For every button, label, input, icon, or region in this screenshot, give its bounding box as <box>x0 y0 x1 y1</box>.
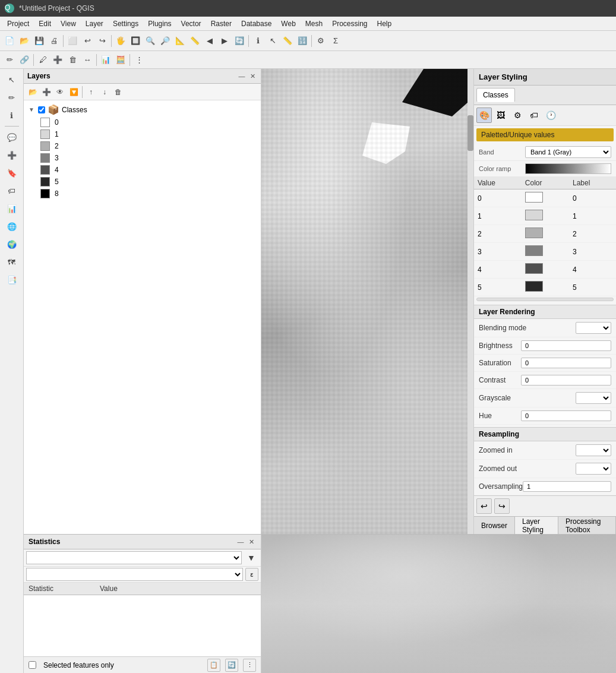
layer-down-btn[interactable]: ↓ <box>98 86 111 99</box>
stats-close-btn[interactable]: ✕ <box>247 537 256 546</box>
layers-panel-minimize[interactable]: — <box>237 71 247 81</box>
tab-browser[interactable]: Browser <box>474 517 515 534</box>
band-select[interactable]: Band 1 (Gray) <box>525 146 611 158</box>
menu-plugins[interactable]: Plugins <box>143 18 176 29</box>
edit-btn[interactable]: 🖊 <box>36 53 50 67</box>
refresh-btn[interactable]: 🔄 <box>232 34 247 48</box>
redo-btn[interactable]: ↪ <box>95 34 109 48</box>
new-project-btn[interactable]: 📄 <box>2 34 17 48</box>
stats-layer-select[interactable] <box>26 551 242 564</box>
edit-nodes-btn[interactable]: ✏ <box>4 89 20 106</box>
move-btn[interactable]: ↔ <box>80 53 94 67</box>
menu-layer[interactable]: Layer <box>81 18 108 29</box>
add-layer-btn[interactable]: ➕ <box>4 147 20 163</box>
layers-panel-close[interactable]: ✕ <box>248 71 257 81</box>
photo-icon-btn[interactable]: 🖼 <box>493 108 508 123</box>
table-row[interactable]: 0 0 <box>474 189 616 207</box>
menu-project[interactable]: Project <box>2 18 34 29</box>
attr-table-btn[interactable]: 📊 <box>99 53 113 67</box>
history-icon-btn[interactable]: 🕐 <box>543 108 558 123</box>
select-features-btn[interactable]: ↖ <box>4 71 20 88</box>
color-cell[interactable] <box>522 225 569 243</box>
save-as-btn[interactable]: 🖨 <box>47 34 61 48</box>
globe-btn[interactable]: 🌍 <box>4 236 20 252</box>
menu-edit[interactable]: Edit <box>34 18 56 29</box>
zoom-layer-btn[interactable]: 📐 <box>173 34 187 48</box>
grayscale-select[interactable] <box>576 392 611 404</box>
color-cell[interactable] <box>522 279 569 296</box>
layer-add-btn[interactable]: ➕ <box>40 86 53 99</box>
open-btn[interactable]: 📂 <box>17 34 31 48</box>
label-btn[interactable]: 🏷 <box>4 182 20 199</box>
layer-remove-btn[interactable]: 🗑 <box>112 86 125 99</box>
color-cell[interactable] <box>522 189 569 207</box>
tab-classes[interactable]: Classes <box>476 88 515 102</box>
contrast-input[interactable] <box>521 375 611 386</box>
python-btn[interactable]: Σ <box>328 34 343 48</box>
add-feature-btn[interactable]: ➕ <box>50 53 65 67</box>
table-scrollbar[interactable] <box>476 298 614 301</box>
zoom-prev-btn[interactable]: ◀ <box>203 34 217 48</box>
save-btn[interactable]: 💾 <box>32 34 46 48</box>
color-cell[interactable] <box>522 261 569 279</box>
menu-mesh[interactable]: Mesh <box>301 18 327 29</box>
more-stats-btn[interactable]: ⋮ <box>243 659 256 672</box>
layer-filter-btn[interactable]: 🔽 <box>67 86 80 99</box>
table-row[interactable]: 3 3 <box>474 243 616 261</box>
zoomed-in-select[interactable] <box>576 444 611 456</box>
undo-btn[interactable]: ↩ <box>80 34 94 48</box>
measure-btn[interactable]: 📏 <box>280 34 295 48</box>
stats-minimize-btn[interactable]: — <box>236 537 245 546</box>
layer-up-btn[interactable]: ↑ <box>84 86 97 99</box>
menu-web[interactable]: Web <box>276 18 300 29</box>
table-row[interactable]: 5 5 <box>474 279 616 296</box>
menu-database[interactable]: Database <box>236 18 276 29</box>
stats-dropdown-arrow[interactable]: ▼ <box>244 551 258 565</box>
menu-view[interactable]: View <box>56 18 81 29</box>
table-row[interactable]: 4 4 <box>474 261 616 279</box>
layers-btn[interactable]: 📑 <box>4 271 20 288</box>
layer-visible-btn[interactable]: 👁 <box>53 86 67 99</box>
map-area[interactable] <box>261 69 473 534</box>
table-row[interactable]: 2 2 <box>474 225 616 243</box>
zoom-sel-btn[interactable]: 📏 <box>188 34 202 48</box>
menu-processing[interactable]: Processing <box>327 18 372 29</box>
zoom-in-btn[interactable]: 🔍 <box>143 34 157 48</box>
identify-btn[interactable]: ℹ <box>251 34 265 48</box>
menu-vector[interactable]: Vector <box>176 18 206 29</box>
map-tips-btn[interactable]: 💬 <box>4 129 20 146</box>
color-ramp-display[interactable] <box>525 163 611 174</box>
zoom-next-btn[interactable]: ▶ <box>217 34 232 48</box>
palette-icon-btn[interactable]: 🎨 <box>476 108 492 123</box>
text-icon-btn[interactable]: 🏷 <box>526 108 542 123</box>
tab-layer-styling[interactable]: Layer Styling <box>515 517 558 534</box>
render-type-row[interactable]: Paletted/Unique values <box>476 128 614 141</box>
settings-icon-btn[interactable]: ⚙ <box>510 108 525 123</box>
tab-processing-toolbox[interactable]: Processing Toolbox <box>558 517 616 534</box>
print-btn[interactable]: ⬜ <box>65 34 80 48</box>
hue-input[interactable] <box>521 410 611 421</box>
snap-btn[interactable]: 🔗 <box>17 53 31 67</box>
identify-features-btn[interactable]: ℹ <box>4 107 20 124</box>
refresh-stats-btn[interactable]: 🔄 <box>225 659 238 672</box>
table-row[interactable]: 1 1 <box>474 207 616 225</box>
pan-btn[interactable]: 🖐 <box>113 34 128 48</box>
select-btn[interactable]: ↖ <box>266 34 280 48</box>
more-btn[interactable]: ⋮ <box>132 53 146 67</box>
bookmark-btn[interactable]: 🔖 <box>4 165 20 181</box>
map-scrollbar-track[interactable] <box>467 69 473 534</box>
color-cell[interactable] <box>522 207 569 225</box>
menu-settings[interactable]: Settings <box>108 18 143 29</box>
menu-help[interactable]: Help <box>372 18 397 29</box>
copy-stats-btn[interactable]: 📋 <box>207 659 220 672</box>
menu-raster[interactable]: Raster <box>206 18 236 29</box>
selected-features-checkbox[interactable] <box>29 661 36 669</box>
zoomed-out-select[interactable] <box>576 463 611 475</box>
color-cell[interactable] <box>522 243 569 261</box>
plugins-btn[interactable]: ⚙ <box>314 34 328 48</box>
zoom-out-btn[interactable]: 🔎 <box>158 34 172 48</box>
digitize-btn[interactable]: ✏ <box>2 53 17 67</box>
stats-calc-btn[interactable]: ε <box>245 568 258 581</box>
layer-tree-root[interactable]: ▼ 📦 Classes <box>26 103 258 116</box>
oversampling-input[interactable] <box>523 481 611 492</box>
